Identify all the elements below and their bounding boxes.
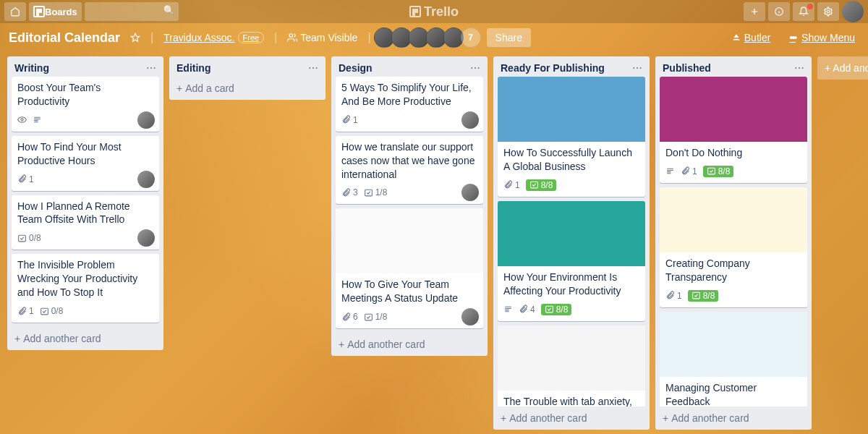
card[interactable]: Don't Do Nothing 1 8/8 — [660, 77, 807, 183]
org-name: Travidux Assoc. — [163, 32, 234, 43]
notifications-button[interactable] — [793, 2, 814, 21]
card[interactable]: The Invisible Problem Wrecking Your Prod… — [12, 254, 159, 323]
add-card-button[interactable]: +Add a card — [169, 77, 326, 100]
card-badges: 1 — [341, 111, 477, 129]
checklist-badge: 0/8 — [40, 306, 64, 316]
list-title[interactable]: Design — [339, 62, 373, 74]
attachment-badge: 1 — [341, 115, 358, 125]
boards-button[interactable]: Boards — [29, 2, 82, 21]
visibility-button[interactable]: Team Visible — [283, 29, 362, 46]
brand-logo[interactable]: Trello — [409, 4, 459, 20]
member-avatars[interactable]: 7 — [377, 27, 481, 48]
card-title: How we translate our support cases now t… — [341, 140, 477, 182]
card[interactable]: Boost Your Team's Productivity — [12, 77, 159, 132]
org-link[interactable]: Travidux Assoc. Free — [159, 29, 268, 46]
card[interactable]: How I Planned A Remote Team Offsite With… — [12, 195, 159, 250]
add-card-button[interactable]: +Add another card — [331, 333, 488, 356]
card-title: How I Planned A Remote Team Offsite With… — [17, 200, 153, 227]
card-title: Creating Company Transparency — [665, 257, 801, 284]
card[interactable]: How we translate our support cases now t… — [336, 136, 483, 205]
card-title: How Your Environment Is Affecting Your P… — [503, 271, 639, 298]
card[interactable]: Creating Company Transparency 1 8/8 — [660, 187, 807, 307]
butler-button[interactable]: Butler — [727, 29, 775, 46]
add-list-button[interactable]: + Add another list — [817, 56, 868, 80]
card-badges: 0/8 — [17, 229, 153, 247]
card-title: How To Give Your Team Meetings A Status … — [341, 278, 477, 305]
card-title: Boost Your Team's Productivity — [17, 81, 153, 109]
brand-text: Trello — [424, 4, 459, 20]
list-menu-button[interactable]: ⋯ — [308, 62, 318, 74]
checklist-badge: 1/8 — [364, 312, 388, 322]
attachment-badge: 1 — [17, 306, 34, 316]
list-header: Ready For Publishing⋯ — [493, 56, 650, 77]
list: Design⋯5 Ways To Simplify Your Life, And… — [331, 56, 488, 356]
list-menu-button[interactable]: ⋯ — [794, 62, 804, 74]
home-button[interactable] — [4, 2, 26, 21]
card[interactable]: 5 Ways To Simplify Your Life, And Be Mor… — [336, 77, 483, 132]
card-badges: 1 8/8 — [503, 176, 639, 194]
list-title[interactable]: Ready For Publishing — [501, 62, 605, 74]
svg-rect-3 — [19, 235, 26, 242]
description-badge — [503, 305, 513, 314]
card[interactable]: Managing Customer Feedback Feb 10, 2016 … — [660, 312, 807, 407]
list: Ready For Publishing⋯How To Successfully… — [493, 56, 650, 430]
list-header: Published⋯ — [655, 56, 812, 77]
share-button[interactable]: Share — [487, 28, 531, 47]
plus-icon: + — [176, 82, 182, 94]
card-badges: 1 8/8 — [665, 163, 801, 180]
card-member-avatar[interactable] — [137, 111, 155, 129]
add-card-label: Add another card — [23, 333, 101, 344]
card[interactable]: How To Give Your Team Meetings A Status … — [336, 208, 483, 328]
list-header: Writing⋯ — [7, 56, 163, 77]
board-canvas[interactable]: Writing⋯Boost Your Team's ProductivityHo… — [0, 52, 868, 434]
list-title[interactable]: Published — [663, 62, 711, 74]
info-button[interactable] — [768, 2, 790, 21]
topbar-right — [742, 1, 865, 22]
plus-icon: + — [339, 339, 344, 350]
card-cover — [498, 77, 645, 142]
show-menu-button[interactable]: ••• Show Menu — [785, 29, 859, 46]
watch-badge — [17, 115, 27, 124]
add-card-button[interactable]: +Add another card — [655, 407, 812, 430]
card[interactable]: The Trouble with tab anxiety, and how to… — [498, 326, 645, 407]
card-badges — [17, 111, 153, 129]
card-badges: 1 0/8 — [17, 302, 153, 320]
card[interactable]: How Your Environment Is Affecting Your P… — [498, 201, 645, 321]
list-title[interactable]: Editing — [176, 62, 210, 74]
add-card-label: Add a card — [185, 82, 234, 94]
create-button[interactable] — [744, 2, 765, 21]
list-menu-button[interactable]: ⋯ — [632, 62, 642, 74]
svg-rect-9 — [707, 169, 715, 175]
list-menu-button[interactable]: ⋯ — [146, 62, 156, 74]
settings-button[interactable] — [817, 2, 839, 21]
search-input[interactable] — [85, 2, 179, 21]
boards-icon — [33, 6, 45, 17]
org-plan-badge: Free — [238, 32, 265, 43]
svg-rect-7 — [530, 182, 537, 188]
card[interactable]: How To Find Your Most Productive Hours 1 — [12, 136, 159, 191]
user-avatar[interactable] — [842, 1, 864, 22]
list-header: Editing⋯ — [169, 56, 326, 77]
card-cover — [660, 312, 807, 377]
add-card-button[interactable]: +Add another card — [493, 407, 650, 430]
card-cover — [660, 187, 807, 252]
member-overflow[interactable]: 7 — [461, 27, 481, 48]
card-title: Managing Customer Feedback — [665, 381, 801, 407]
star-button[interactable] — [126, 30, 145, 46]
card-badges: 3 1/8 — [341, 184, 477, 201]
list-title[interactable]: Writing — [14, 62, 49, 74]
plus-icon: + — [663, 412, 668, 424]
svg-point-2 — [21, 119, 23, 121]
card-cover — [660, 77, 807, 142]
description-badge — [665, 166, 675, 176]
svg-rect-6 — [365, 314, 372, 320]
board-title[interactable]: Editorial Calendar — [9, 30, 120, 46]
description-badge — [33, 115, 42, 124]
card-member-avatar[interactable] — [461, 111, 479, 129]
svg-rect-10 — [692, 292, 699, 299]
card-member-avatar[interactable] — [137, 171, 155, 188]
svg-rect-4 — [41, 308, 48, 315]
card[interactable]: How To Successfully Launch A Global Busi… — [498, 77, 645, 197]
list-menu-button[interactable]: ⋯ — [470, 62, 480, 74]
add-card-button[interactable]: +Add another card — [7, 327, 163, 350]
